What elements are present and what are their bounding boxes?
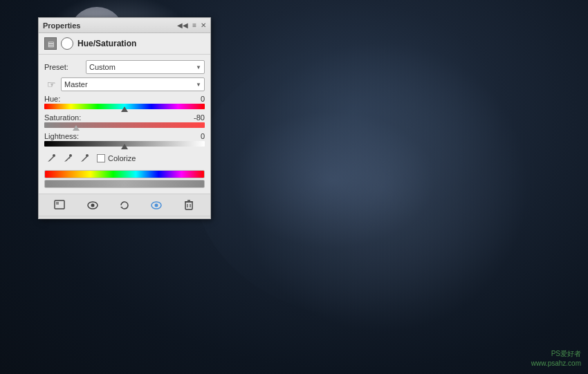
hue-label: Hue: <box>44 95 60 103</box>
saturation-section: Saturation: -80 <box>44 113 205 128</box>
hue-label-row: Hue: 0 <box>44 95 205 103</box>
lightness-section: Lightness: 0 <box>44 132 205 147</box>
watermark: PS爱好者 www.psahz.com <box>531 349 581 368</box>
saturation-track[interactable] <box>44 122 205 128</box>
hue-value: 0 <box>187 95 205 103</box>
preset-arrow-icon: ▼ <box>196 64 201 71</box>
hue-thumb[interactable] <box>121 105 128 112</box>
channel-row: ☞ Master ▼ <box>44 77 205 91</box>
panel-body: Preset: Custom ▼ ☞ Master ▼ Hue: 0 <box>39 55 210 194</box>
active-eye-button[interactable] <box>149 198 164 212</box>
mask-icon <box>61 37 73 50</box>
saturation-thumb[interactable] <box>73 124 80 131</box>
watermark-line1: PS爱好者 <box>531 349 581 359</box>
channel-arrow-icon: ▼ <box>196 82 201 88</box>
svg-point-8 <box>91 203 94 207</box>
preset-value: Custom <box>89 63 116 71</box>
colorize-checkbox[interactable] <box>97 154 105 162</box>
saturation-label: Saturation: <box>44 113 81 122</box>
hand-icon[interactable]: ☞ <box>44 79 58 90</box>
eyedropper-btn[interactable] <box>44 152 58 165</box>
colorize-row: Colorize <box>97 154 136 162</box>
svg-point-11 <box>155 203 158 207</box>
layer-icon-symbol: ▤ <box>48 40 54 48</box>
hue-section: Hue: 0 <box>44 95 205 109</box>
preset-row: Preset: Custom ▼ <box>44 60 205 74</box>
adjustment-label: Hue/Saturation <box>77 39 136 48</box>
panel-bottom-bar <box>39 216 210 218</box>
svg-point-0 <box>53 154 55 157</box>
saturation-value: -80 <box>187 113 205 122</box>
fish-bg <box>194 41 540 318</box>
delete-button[interactable] <box>181 198 196 212</box>
colorize-label: Colorize <box>108 154 136 162</box>
collapse-icon[interactable]: ◀◀ <box>177 21 188 29</box>
layer-icon: ▤ <box>44 37 57 50</box>
menu-icon[interactable]: ≡ <box>192 21 196 29</box>
channel-select[interactable]: Master ▼ <box>61 77 205 91</box>
svg-rect-12 <box>185 202 192 209</box>
panel-titlebar: Properties ◀◀ ≡ ✕ <box>39 18 210 33</box>
channel-value: Master <box>64 80 88 88</box>
eyedropper-row: + - Colorize <box>44 152 205 165</box>
lightness-label: Lightness: <box>44 132 79 140</box>
close-icon[interactable]: ✕ <box>201 21 206 29</box>
lightness-track[interactable] <box>44 141 205 147</box>
svg-text:+: + <box>68 156 71 160</box>
hue-track[interactable] <box>44 104 205 109</box>
adjustment-header: ▤ Hue/Saturation <box>39 33 210 55</box>
lightness-value: 0 <box>187 132 205 140</box>
svg-text:-: - <box>85 156 86 160</box>
saturation-label-row: Saturation: -80 <box>44 113 205 122</box>
svg-marker-9 <box>120 207 122 209</box>
eyedropper-add-btn[interactable]: + <box>61 152 75 165</box>
result-gradient-bar <box>44 180 205 188</box>
lightness-label-row: Lightness: 0 <box>44 132 205 140</box>
preset-select[interactable]: Custom ▼ <box>86 60 205 74</box>
panel-title-controls: ◀◀ ≡ ✕ <box>177 21 206 29</box>
panel-footer <box>39 194 210 216</box>
preset-label: Preset: <box>44 63 86 71</box>
svg-rect-6 <box>56 202 59 205</box>
view-button[interactable] <box>85 198 100 212</box>
watermark-line2: www.psahz.com <box>531 359 581 368</box>
properties-panel: Properties ◀◀ ≡ ✕ ▤ Hue/Saturation Prese… <box>38 17 211 219</box>
add-mask-button[interactable] <box>53 198 68 212</box>
eyedropper-subtract-btn[interactable]: - <box>77 152 91 165</box>
rainbow-gradient-bar <box>44 170 205 178</box>
reset-button[interactable] <box>117 198 132 212</box>
lightness-thumb[interactable] <box>121 142 128 149</box>
panel-title: Properties <box>43 21 80 30</box>
